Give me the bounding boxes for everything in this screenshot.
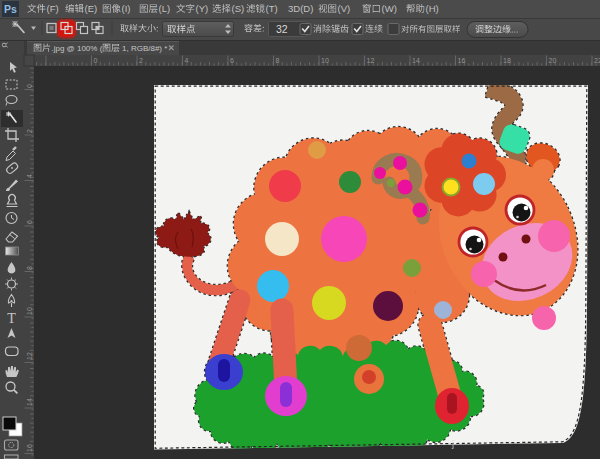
svg-text:12: 12: [26, 352, 33, 360]
svg-text:(V): (V): [338, 3, 351, 14]
svg-text:.jpg @ 100% (: .jpg @ 100% (: [52, 44, 103, 53]
svg-text:j: j: [451, 439, 454, 449]
svg-text:10: 10: [321, 57, 329, 64]
svg-text:(I): (I): [122, 3, 131, 14]
svg-text:16: 16: [26, 444, 33, 452]
svg-text:32: 32: [276, 23, 288, 35]
svg-text:22: 22: [594, 57, 600, 64]
svg-text:2: 2: [139, 57, 143, 64]
svg-text:16: 16: [458, 57, 466, 64]
svg-text:(F): (F): [47, 3, 59, 14]
svg-text:(E): (E): [85, 3, 98, 14]
svg-text:1, RGB/8#) *: 1, RGB/8#) *: [122, 44, 167, 53]
svg-text:(Y): (Y): [196, 3, 209, 14]
svg-text:(L): (L): [159, 3, 171, 14]
svg-text:12: 12: [367, 57, 375, 64]
svg-text:20: 20: [549, 57, 557, 64]
svg-text:6: 6: [230, 57, 234, 64]
svg-text:3D(D): 3D(D): [288, 3, 313, 14]
svg-text:6: 6: [26, 220, 33, 224]
svg-text:T: T: [7, 311, 16, 326]
svg-text:(H): (H): [426, 3, 439, 14]
svg-text:(T): (T): [266, 3, 278, 14]
svg-text:0: 0: [94, 57, 98, 64]
svg-text:14: 14: [412, 57, 420, 64]
svg-text:8: 8: [276, 57, 280, 64]
svg-text:14: 14: [26, 398, 33, 406]
svg-text:0: 0: [26, 84, 33, 88]
svg-text:18: 18: [503, 57, 511, 64]
svg-text:Ps: Ps: [4, 3, 17, 15]
svg-text:4: 4: [26, 174, 33, 178]
svg-text:10: 10: [26, 307, 33, 315]
svg-text:(S): (S): [232, 3, 245, 14]
svg-text:(W): (W): [382, 3, 397, 14]
svg-text:4: 4: [185, 57, 189, 64]
svg-text:8: 8: [26, 266, 33, 270]
svg-text:2: 2: [26, 129, 33, 133]
